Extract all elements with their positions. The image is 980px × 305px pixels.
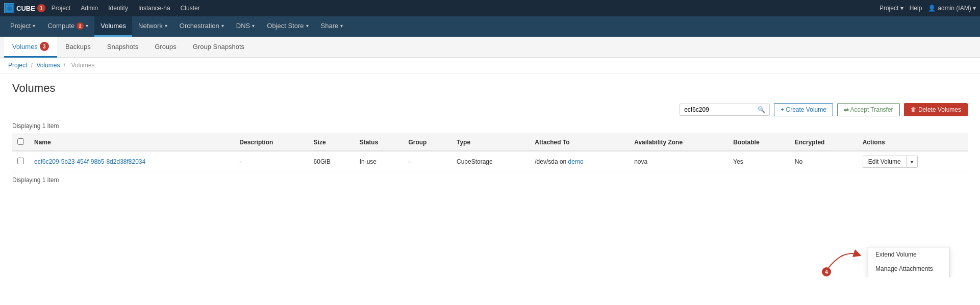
chevron-down-icon: ▾ <box>221 23 224 29</box>
nav-project[interactable]: Project ▾ <box>4 16 41 37</box>
column-actions: Actions <box>858 134 968 151</box>
top-navigation-bar: CUBE 1 Project Admin Identity Instance-h… <box>0 0 980 16</box>
row-bootable-cell: Yes <box>728 151 790 172</box>
admin-user-menu[interactable]: 👤 admin (IAM) ▾ <box>928 5 976 12</box>
menu-item-manage-attachments[interactable]: Manage Attachments <box>868 262 949 276</box>
tab-backups[interactable]: Backups <box>57 38 99 57</box>
project-dropdown[interactable]: Project ▾ <box>880 5 903 12</box>
delete-volumes-button[interactable]: 🗑 Delete Volumes <box>904 103 968 116</box>
row-type-cell: CubeStorage <box>451 151 530 172</box>
chevron-down-icon: ▾ <box>165 23 167 29</box>
chevron-down-icon: ▾ <box>911 159 913 165</box>
svg-rect-0 <box>6 5 12 11</box>
nav-network[interactable]: Network ▾ <box>132 16 173 37</box>
row-name-cell: ecf6c209-5b23-454f-98b5-8d2d38f82034 <box>29 151 234 172</box>
row-attached-to-cell: /dev/sda on demo <box>530 151 629 172</box>
row-size-cell: 60GiB <box>309 151 355 172</box>
chevron-down-icon: ▾ <box>86 23 88 29</box>
table-display-count-bottom: Displaying 1 item <box>12 176 968 184</box>
chevron-down-icon: ▾ <box>340 23 343 29</box>
accept-transfer-button[interactable]: ⇌ Accept Transfer <box>837 103 900 116</box>
top-nav-identity[interactable]: Identity <box>104 0 132 16</box>
menu-item-extend-volume[interactable]: Extend Volume <box>868 247 949 262</box>
tab-snapshots[interactable]: Snapshots <box>99 38 146 57</box>
nav-orchestration[interactable]: Orchestration ▾ <box>173 16 230 37</box>
row-status-cell: In-use <box>355 151 404 172</box>
attached-to-link[interactable]: demo <box>568 158 584 165</box>
main-content: Volumes 🔍 + Create Volume ⇌ Accept Trans… <box>0 73 980 277</box>
top-bar-left: CUBE 1 Project Admin Identity Instance-h… <box>4 0 204 16</box>
nav-volumes[interactable]: Volumes <box>94 16 132 37</box>
breadcrumb-volumes[interactable]: Volumes <box>36 62 60 69</box>
cube-logo-icon <box>4 3 14 13</box>
row-availability-zone-cell: nova <box>629 151 728 172</box>
column-availability-zone: Availability Zone <box>629 134 728 151</box>
select-all-checkbox[interactable] <box>17 138 24 145</box>
page-title: Volumes <box>12 82 968 95</box>
actions-dropdown-menu: Extend Volume Manage Attachments Create … <box>868 247 949 277</box>
notification-badge: 1 <box>37 4 45 12</box>
top-nav-instance-ha[interactable]: Instance-ha <box>134 0 174 16</box>
second-navigation-bar: Project ▾ Compute 2 ▾ Volumes Network ▾ … <box>0 16 980 37</box>
row-description-cell: - <box>234 151 308 172</box>
column-status: Status <box>355 134 404 151</box>
help-link[interactable]: Help <box>910 5 922 12</box>
top-nav-cluster[interactable]: Cluster <box>177 0 204 16</box>
breadcrumb: Project / Volumes / Volumes <box>0 58 980 73</box>
tab-bar: Volumes 3 Backups Snapshots Groups Group… <box>0 37 980 58</box>
column-description: Description <box>234 134 308 151</box>
row-checkbox-cell <box>12 151 29 172</box>
top-nav-project[interactable]: Project <box>47 0 74 16</box>
breadcrumb-separator-1: / <box>31 62 35 69</box>
top-bar-right: Project ▾ Help 👤 admin (IAM) ▾ <box>880 5 976 12</box>
search-icon[interactable]: 🔍 <box>758 106 765 113</box>
menu-item-create-snapshot[interactable]: Create Snapshot <box>868 276 949 277</box>
select-all-column <box>12 134 29 151</box>
chevron-down-icon: ▾ <box>33 23 35 29</box>
nav-compute[interactable]: Compute 2 ▾ <box>41 16 94 37</box>
annotation-badge-4: 4 <box>822 267 831 276</box>
toolbar: 🔍 + Create Volume ⇌ Accept Transfer 🗑 De… <box>12 103 968 116</box>
row-encrypted-cell: No <box>790 151 858 172</box>
row-group-cell: - <box>403 151 451 172</box>
row-actions-cell: Edit Volume ▾ <box>858 151 968 172</box>
nav-object-store[interactable]: Object Store ▾ <box>261 16 314 37</box>
annotation-arrow-4: 4 <box>822 244 863 276</box>
edit-volume-button[interactable]: Edit Volume <box>863 156 906 168</box>
table-row: ecf6c209-5b23-454f-98b5-8d2d38f82034 - 6… <box>12 151 968 172</box>
column-size: Size <box>309 134 355 151</box>
search-box[interactable]: 🔍 <box>680 104 770 116</box>
create-volume-button[interactable]: + Create Volume <box>774 103 833 116</box>
column-group: Group <box>403 134 451 151</box>
action-button-group: Edit Volume ▾ <box>863 156 963 168</box>
top-nav-admin[interactable]: Admin <box>77 0 102 16</box>
volume-name-link[interactable]: ecf6c209-5b23-454f-98b5-8d2d38f82034 <box>34 158 145 165</box>
compute-badge: 2 <box>77 22 84 30</box>
tab-group-snapshots[interactable]: Group Snapshots <box>185 38 253 57</box>
row-checkbox[interactable] <box>17 158 24 164</box>
column-attached-to: Attached To <box>530 134 629 151</box>
tab-groups[interactable]: Groups <box>146 38 185 57</box>
column-encrypted: Encrypted <box>790 134 858 151</box>
table-display-count-top: Displaying 1 item <box>12 122 968 130</box>
user-icon: 👤 <box>928 5 936 12</box>
chevron-down-icon: ▾ <box>252 23 255 29</box>
volumes-tab-badge: 3 <box>40 42 49 51</box>
column-name: Name <box>29 134 234 151</box>
chevron-down-icon: ▾ <box>306 23 309 29</box>
brand-name: CUBE <box>16 5 35 12</box>
breadcrumb-current: Volumes <box>71 62 94 69</box>
column-bootable: Bootable <box>728 134 790 151</box>
breadcrumb-separator-2: / <box>64 62 67 69</box>
breadcrumb-project[interactable]: Project <box>8 62 27 69</box>
brand-logo[interactable]: CUBE 1 <box>4 3 45 13</box>
search-input[interactable] <box>684 106 756 113</box>
nav-share[interactable]: Share ▾ <box>315 16 349 37</box>
nav-dns[interactable]: DNS ▾ <box>230 16 261 37</box>
table-header-row: Name Description Size Status Group Type … <box>12 134 968 151</box>
column-type: Type <box>451 134 530 151</box>
action-toggle-button[interactable]: ▾ <box>906 156 918 168</box>
volumes-table: Name Description Size Status Group Type … <box>12 134 968 172</box>
tab-volumes[interactable]: Volumes 3 <box>4 37 57 58</box>
